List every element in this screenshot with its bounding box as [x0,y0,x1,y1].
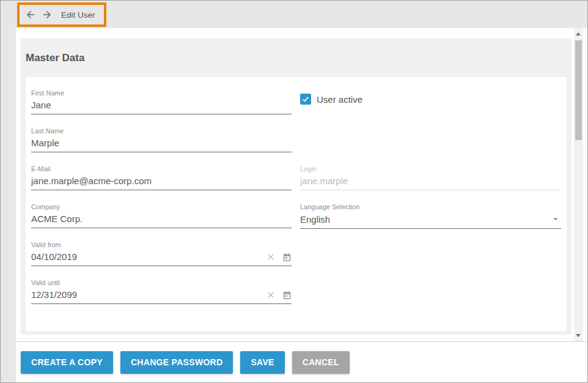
first-name-value: Jane [31,100,51,110]
master-data-panel: Master Data First Name Jane Last Name Ma… [21,39,571,335]
calendar-icon[interactable] [282,253,292,262]
last-name-field: Last Name Marple [31,127,292,165]
login-value: jane.marple [300,176,348,186]
valid-until-field: Valid until 12/31/2099 [31,279,292,317]
vertical-scrollbar[interactable] [574,28,583,341]
user-active-checkbox-row[interactable]: User active [300,94,561,105]
caret-down-icon[interactable] [550,214,561,225]
valid-from-field: Valid from 04/10/2019 [31,241,292,279]
valid-until-input[interactable]: 12/31/2099 [31,289,292,304]
main-content: Master Data First Name Jane Last Name Ma… [16,28,587,382]
cancel-button[interactable]: CANCEL [292,351,350,374]
first-name-field: First Name Jane [31,89,292,127]
valid-until-label: Valid until [31,279,292,287]
company-input[interactable]: ACME Corp. [31,214,292,228]
email-value: jane.marple@acme-corp.com [31,176,152,186]
language-select[interactable]: English [300,214,561,229]
email-input[interactable]: jane.marple@acme-corp.com [31,176,292,190]
clear-icon[interactable] [266,252,276,262]
user-active-label: User active [317,94,362,105]
action-bar: CREATE A COPY CHANGE PASSWORD SAVE CANCE… [16,341,587,382]
first-name-label: First Name [31,89,292,97]
nav-highlight-box: Edit User [17,2,106,27]
page-title: Edit User [61,10,95,20]
company-label: Company [31,203,292,211]
change-password-button[interactable]: CHANGE PASSWORD [120,351,233,374]
back-arrow-icon[interactable] [25,9,36,20]
form-grid: First Name Jane Last Name Marple E-Mail [26,77,567,317]
forward-arrow-icon[interactable] [42,9,53,20]
last-name-label: Last Name [31,127,292,135]
scrollbar-up-arrow-icon[interactable] [576,32,581,35]
scrollbar-thumb[interactable] [575,40,582,140]
login-label: Login [300,165,561,173]
app-window: Edit User Master Data First Name Jane La… [0,0,588,383]
language-field: Language Selection English [300,203,561,241]
create-copy-button[interactable]: CREATE A COPY [21,351,113,374]
valid-from-value: 04/10/2019 [31,251,77,262]
company-value: ACME Corp. [31,214,83,224]
company-field: Company ACME Corp. [31,203,292,241]
last-name-input[interactable]: Marple [31,138,292,152]
first-name-input[interactable]: Jane [31,100,292,114]
last-name-value: Marple [31,138,59,148]
valid-until-value: 12/31/2099 [31,289,77,300]
valid-from-label: Valid from [31,241,292,249]
email-field: E-Mail jane.marple@acme-corp.com [31,165,292,203]
language-value: English [300,214,330,225]
clear-icon[interactable] [266,290,276,300]
email-label: E-Mail [31,165,292,173]
calendar-icon[interactable] [282,291,292,300]
check-icon [301,95,310,103]
top-navigation-bar: Edit User [1,1,587,28]
section-title: Master Data [26,52,84,64]
user-active-checkbox[interactable] [300,94,311,105]
login-field: Login jane.marple [300,165,561,203]
language-label: Language Selection [300,203,561,211]
form-card: First Name Jane Last Name Marple E-Mail [26,77,567,331]
scrollbar-down-arrow-icon[interactable] [576,334,581,337]
login-input-disabled: jane.marple [300,176,561,190]
save-button[interactable]: SAVE [240,351,284,374]
valid-from-input[interactable]: 04/10/2019 [31,251,292,266]
